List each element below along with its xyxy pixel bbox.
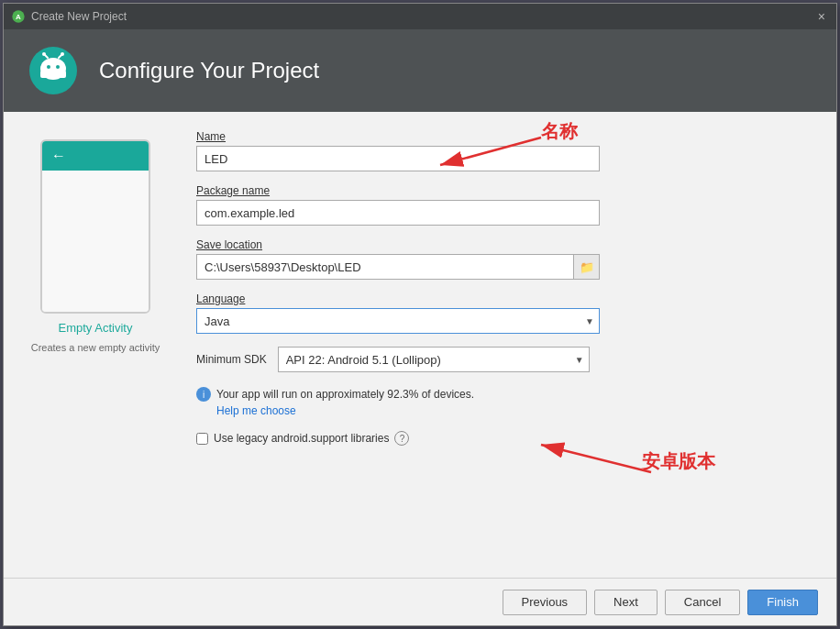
svg-rect-6: [40, 71, 66, 78]
sdk-select-wrapper: API 22: Android 5.1 (Lollipop) API 21: A…: [278, 347, 590, 372]
language-select[interactable]: Java Kotlin: [196, 308, 600, 334]
android-logo-svg: [28, 45, 79, 96]
header-title: Configure Your Project: [99, 58, 319, 83]
activity-desc: Creates a new empty activity: [31, 342, 160, 353]
android-logo: [26, 43, 81, 98]
form-panel: Name Package name Save location 📁: [187, 130, 836, 559]
android-icon-small: A: [11, 9, 26, 24]
next-button[interactable]: Next: [594, 590, 658, 615]
folder-icon: 📁: [580, 260, 594, 274]
folder-browse-button[interactable]: 📁: [574, 254, 600, 280]
dialog-title: Create New Project: [31, 10, 127, 23]
activity-label: Empty Activity: [59, 321, 133, 335]
back-arrow-icon: ←: [51, 148, 66, 164]
cancel-button[interactable]: Cancel: [665, 590, 740, 615]
save-location-input[interactable]: [196, 254, 574, 280]
close-button[interactable]: ×: [814, 8, 829, 25]
save-location-form-group: Save location 📁: [196, 238, 809, 280]
title-bar: A Create New Project ×: [4, 4, 836, 29]
create-project-dialog: A Create New Project × Configure Your Pr…: [3, 3, 837, 626]
phone-top-bar: ←: [42, 141, 149, 171]
language-label: Language: [196, 292, 809, 305]
previous-button[interactable]: Previous: [503, 590, 588, 615]
dialog-footer: Previous Next Cancel Finish: [4, 578, 836, 625]
package-input[interactable]: [196, 200, 600, 226]
language-form-group: Language Java Kotlin ▼: [196, 292, 809, 334]
svg-text:A: A: [16, 13, 21, 21]
info-icon: i: [196, 387, 211, 402]
package-form-group: Package name: [196, 184, 809, 226]
dialog-header: Configure Your Project: [4, 29, 836, 112]
name-form-group: Name: [196, 130, 809, 171]
sdk-info-row: i Your app will run on approximately 92.…: [196, 387, 809, 402]
dialog-content: ← Empty Activity Creates a new empty act…: [4, 112, 836, 578]
legacy-support-checkbox[interactable]: [196, 433, 208, 445]
legacy-support-row: Use legacy android.support libraries ?: [196, 431, 809, 446]
sdk-info-group: i Your app will run on approximately 92.…: [196, 385, 809, 418]
checkbox-help-icon[interactable]: ?: [394, 431, 409, 446]
svg-point-4: [47, 65, 50, 69]
preview-panel: ← Empty Activity Creates a new empty act…: [4, 130, 187, 559]
save-location-input-group: 📁: [196, 254, 600, 280]
legacy-support-label: Use legacy android.support libraries: [214, 432, 389, 445]
save-location-label: Save location: [196, 238, 809, 251]
svg-point-10: [61, 52, 64, 56]
phone-body: [42, 171, 149, 312]
language-select-wrapper: Java Kotlin ▼: [196, 308, 600, 334]
help-me-choose-link[interactable]: Help me choose: [216, 404, 296, 417]
finish-button[interactable]: Finish: [747, 590, 818, 615]
name-input[interactable]: [196, 146, 600, 171]
min-sdk-select[interactable]: API 22: Android 5.1 (Lollipop) API 21: A…: [278, 347, 590, 372]
min-sdk-label: Minimum SDK: [196, 353, 267, 366]
sdk-row: Minimum SDK API 22: Android 5.1 (Lollipo…: [196, 347, 809, 372]
name-label: Name: [196, 130, 809, 143]
package-label: Package name: [196, 184, 809, 197]
sdk-info-text: Your app will run on approximately 92.3%…: [216, 388, 474, 401]
svg-point-5: [56, 65, 60, 69]
svg-point-9: [42, 52, 46, 56]
title-bar-left: A Create New Project: [11, 9, 127, 24]
phone-mockup: ←: [40, 139, 150, 314]
